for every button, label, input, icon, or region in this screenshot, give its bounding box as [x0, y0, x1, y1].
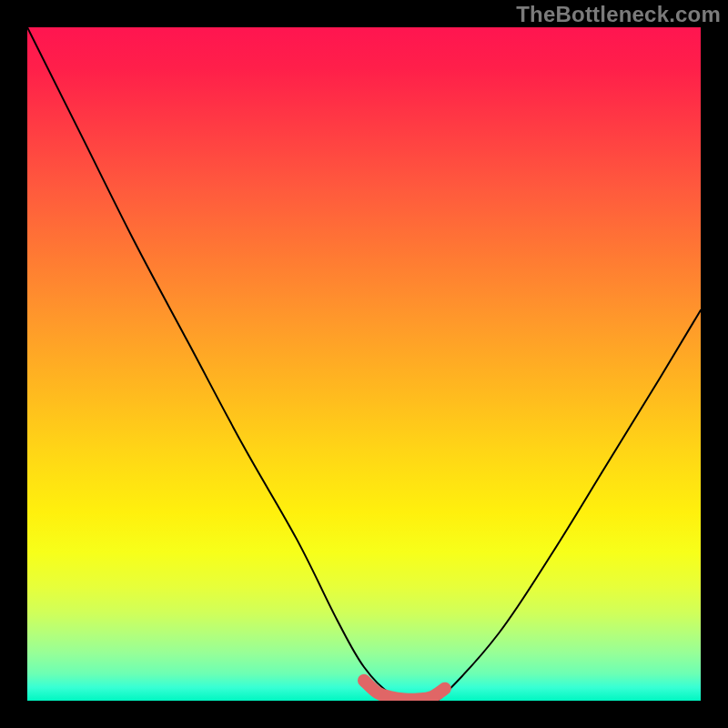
- watermark-text: TheBottleneck.com: [516, 2, 721, 27]
- curve-layer: [27, 27, 701, 701]
- plot-area: [27, 27, 701, 701]
- bottleneck-curve: [27, 27, 701, 701]
- chart-container: TheBottleneck.com: [0, 0, 728, 728]
- bottom-highlight: [364, 681, 445, 700]
